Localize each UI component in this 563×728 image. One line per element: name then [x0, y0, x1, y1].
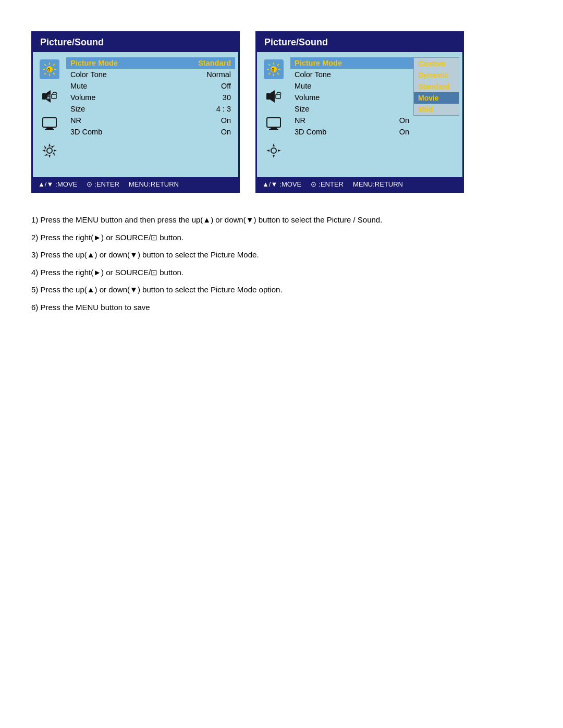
left-value-volume: 30 — [223, 93, 231, 102]
svg-rect-13 — [52, 94, 56, 98]
left-label-mute: Mute — [70, 82, 87, 90]
svg-line-5 — [44, 64, 46, 66]
screenshots-row: Picture/Sound 0 — [31, 31, 532, 193]
right-tv-menu: Picture/Sound 0 — [255, 31, 464, 193]
right-icon-column: 0 — [260, 57, 287, 172]
left-value-mute: Off — [221, 82, 231, 90]
left-footer-return: MENU:RETURN — [129, 180, 179, 188]
left-row-volume: Volume 30 — [66, 92, 235, 103]
left-tv-menu: Picture/Sound 0 — [31, 31, 240, 193]
svg-rect-31 — [267, 118, 280, 127]
right-row-picture-mode: Picture Mode — [290, 57, 413, 69]
left-footer-move: ▲/▼:MOVE — [38, 180, 77, 188]
svg-rect-32 — [271, 127, 277, 129]
left-menu-rows: Picture Mode Standard Color Tone Normal … — [63, 57, 235, 172]
right-row-mute: Mute — [290, 80, 413, 92]
svg-rect-15 — [46, 127, 53, 129]
left-value-color-tone: Normal — [206, 70, 231, 79]
svg-rect-30 — [276, 94, 280, 98]
left-footer-enter: ⊙:ENTER — [87, 180, 119, 188]
right-content-area: Picture Mode Color Tone Mute Volume Size — [287, 57, 459, 172]
sound-icon: 🔊 — [40, 87, 59, 106]
right-footer-move-symbol: ▲/▼ — [262, 180, 277, 188]
left-row-size: Size 4 : 3 — [66, 103, 235, 115]
right-row-color-tone: Color Tone — [290, 69, 413, 80]
right-row-volume: Volume — [290, 92, 413, 103]
left-row-nr: NR On — [66, 115, 235, 126]
right-settings-icon — [264, 141, 284, 161]
left-icon-column: 0 🔊 — [36, 57, 63, 172]
left-footer-enter-symbol: ⊙ — [87, 180, 92, 188]
left-value-picture-mode: Standard — [198, 59, 231, 67]
left-label-color-tone: Color Tone — [70, 70, 107, 79]
right-label-mute: Mute — [295, 82, 311, 90]
right-value-nr: On — [399, 116, 409, 125]
right-label-3d-comb: 3D Comb — [295, 128, 326, 136]
svg-line-26 — [268, 73, 270, 75]
right-row-size: Size — [290, 103, 413, 115]
left-value-size: 4 : 3 — [216, 105, 231, 113]
right-label-picture-mode: Picture Mode — [295, 59, 342, 67]
svg-point-34 — [271, 148, 276, 153]
right-footer-return-label: MENU:RETURN — [353, 180, 403, 188]
right-row-nr: NR On — [290, 115, 413, 126]
svg-line-23 — [268, 64, 270, 66]
right-footer-move-label: :MOVE — [279, 180, 301, 188]
svg-rect-28 — [266, 93, 270, 100]
instruction-1: 1) Press the MENU button and then press … — [31, 212, 532, 228]
right-label-size: Size — [295, 105, 309, 113]
instruction-5: 5) Press the up(▲) or down(▼) button to … — [31, 281, 532, 298]
right-row-3d-comb: 3D Comb On — [290, 126, 413, 138]
right-footer-enter: ⊙:ENTER — [311, 180, 344, 188]
right-sound-icon — [264, 87, 284, 106]
left-value-3d-comb: On — [221, 128, 231, 136]
svg-rect-10 — [42, 93, 46, 100]
left-menu-body: 0 🔊 — [33, 52, 238, 177]
instruction-2: 2) Press the right(►) or SOURCE/⊡ button… — [31, 229, 532, 246]
dropdown-item-custom: Custom — [414, 58, 459, 69]
svg-rect-33 — [269, 129, 278, 130]
dropdown-item-movie: Movie — [414, 92, 459, 104]
dropdown-item-dynamic: Dynamic — [414, 69, 459, 81]
dropdown-item-standard: Standard — [414, 81, 459, 92]
settings-icon — [40, 141, 59, 161]
left-label-picture-mode: Picture Mode — [70, 59, 118, 67]
svg-text:0: 0 — [47, 67, 50, 72]
instruction-6: 6) Press the MENU button to save — [31, 299, 532, 316]
left-label-volume: Volume — [70, 93, 95, 102]
left-footer-move-label: :MOVE — [55, 180, 77, 188]
left-menu-footer: ▲/▼:MOVE ⊙:ENTER MENU:RETURN — [33, 177, 238, 191]
right-brightness-icon: 0 — [264, 59, 284, 79]
right-label-volume: Volume — [295, 93, 320, 102]
right-value-3d-comb: On — [399, 128, 409, 136]
svg-line-6 — [53, 73, 55, 75]
right-footer-enter-label: :ENTER — [319, 180, 344, 188]
left-row-3d-comb: 3D Comb On — [66, 126, 235, 138]
right-footer-return: MENU:RETURN — [353, 180, 403, 188]
svg-text:0: 0 — [272, 67, 274, 72]
right-menu-footer: ▲/▼:MOVE ⊙:ENTER MENU:RETURN — [257, 177, 462, 191]
right-label-color-tone: Color Tone — [295, 70, 331, 79]
svg-marker-29 — [270, 90, 275, 103]
left-value-nr: On — [221, 116, 231, 125]
right-menu-rows: Picture Mode Color Tone Mute Volume Size — [290, 57, 413, 172]
instruction-3: 3) Press the up(▲) or down(▼) button to … — [31, 246, 532, 263]
left-label-size: Size — [70, 105, 85, 113]
right-display-icon — [264, 114, 284, 133]
right-menu-body: 0 — [257, 52, 462, 177]
right-label-nr: NR — [295, 116, 305, 125]
instructions-section: 1) Press the MENU button and then press … — [31, 212, 532, 315]
left-row-color-tone: Color Tone Normal — [66, 69, 235, 80]
left-footer-return-label: MENU:RETURN — [129, 180, 179, 188]
left-footer-move-symbol: ▲/▼ — [38, 180, 53, 188]
left-row-picture-mode: Picture Mode Standard — [66, 57, 235, 69]
display-icon — [40, 114, 59, 133]
instruction-4: 4) Press the right(►) or SOURCE/⊡ button… — [31, 264, 532, 281]
left-label-3d-comb: 3D Comb — [70, 128, 102, 136]
svg-line-25 — [277, 64, 279, 66]
left-label-nr: NR — [70, 116, 81, 125]
right-footer-move: ▲/▼:MOVE — [262, 180, 301, 188]
picture-mode-dropdown: Custom Dynamic Standard Movie Mild — [413, 57, 459, 116]
brightness-icon: 0 — [40, 59, 59, 79]
dropdown-item-mild: Mild — [414, 104, 459, 115]
